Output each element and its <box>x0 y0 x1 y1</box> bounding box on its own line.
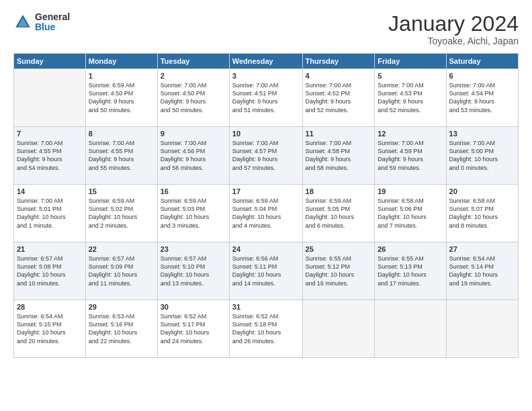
day-number: 1 <box>89 72 154 80</box>
calendar-cell: 22Sunrise: 6:57 AM Sunset: 5:09 PM Dayli… <box>85 242 157 300</box>
day-info: Sunrise: 6:59 AM Sunset: 4:50 PM Dayligh… <box>89 81 154 114</box>
calendar-cell <box>446 300 518 358</box>
day-number: 27 <box>449 245 515 253</box>
day-info: Sunrise: 6:56 AM Sunset: 5:11 PM Dayligh… <box>232 255 300 287</box>
day-info: Sunrise: 6:55 AM Sunset: 5:13 PM Dayligh… <box>378 255 443 287</box>
day-number: 31 <box>232 303 300 311</box>
day-info: Sunrise: 7:00 AM Sunset: 4:58 PM Dayligh… <box>306 139 372 172</box>
calendar-cell: 29Sunrise: 6:53 AM Sunset: 5:16 PM Dayli… <box>85 300 157 358</box>
logo-general-text: General <box>35 12 70 22</box>
day-number: 10 <box>232 130 300 138</box>
header-cell-wednesday: Wednesday <box>229 54 302 69</box>
day-number: 6 <box>449 72 515 80</box>
day-info: Sunrise: 7:00 AM Sunset: 4:52 PM Dayligh… <box>306 81 372 114</box>
day-info: Sunrise: 6:54 AM Sunset: 5:15 PM Dayligh… <box>17 312 83 345</box>
header: General Blue January 2024 Toyoake, Aichi… <box>13 12 519 46</box>
calendar-cell: 23Sunrise: 6:57 AM Sunset: 5:10 PM Dayli… <box>157 242 229 300</box>
day-info: Sunrise: 6:52 AM Sunset: 5:17 PM Dayligh… <box>161 312 226 345</box>
title-block: January 2024 Toyoake, Aichi, Japan <box>388 12 519 46</box>
calendar-cell: 4Sunrise: 7:00 AM Sunset: 4:52 PM Daylig… <box>302 69 375 127</box>
calendar-cell: 20Sunrise: 6:58 AM Sunset: 5:07 PM Dayli… <box>446 185 518 242</box>
logo-blue-text: Blue <box>35 22 70 32</box>
location-subtitle: Toyoake, Aichi, Japan <box>388 36 519 46</box>
day-number: 17 <box>232 187 300 195</box>
day-number: 18 <box>306 187 372 195</box>
day-info: Sunrise: 6:57 AM Sunset: 5:09 PM Dayligh… <box>89 255 154 287</box>
day-info: Sunrise: 6:53 AM Sunset: 5:16 PM Dayligh… <box>89 312 154 345</box>
day-number: 7 <box>17 130 83 138</box>
calendar-cell: 12Sunrise: 7:00 AM Sunset: 4:59 PM Dayli… <box>375 127 446 185</box>
header-cell-tuesday: Tuesday <box>157 54 229 69</box>
calendar-cell: 30Sunrise: 6:52 AM Sunset: 5:17 PM Dayli… <box>157 300 229 358</box>
calendar-cell: 17Sunrise: 6:59 AM Sunset: 5:04 PM Dayli… <box>229 185 302 242</box>
day-number: 28 <box>17 303 83 311</box>
day-info: Sunrise: 6:54 AM Sunset: 5:14 PM Dayligh… <box>449 255 515 287</box>
logo: General Blue <box>13 12 70 33</box>
day-info: Sunrise: 6:52 AM Sunset: 5:18 PM Dayligh… <box>232 312 300 345</box>
page: General Blue January 2024 Toyoake, Aichi… <box>0 0 532 411</box>
day-number: 3 <box>232 72 300 80</box>
calendar-cell: 10Sunrise: 7:00 AM Sunset: 4:57 PM Dayli… <box>229 127 302 185</box>
calendar-cell <box>375 300 446 358</box>
calendar-header-row: SundayMondayTuesdayWednesdayThursdayFrid… <box>14 54 519 69</box>
header-cell-saturday: Saturday <box>446 54 518 69</box>
day-info: Sunrise: 7:00 AM Sunset: 4:57 PM Dayligh… <box>232 139 300 172</box>
calendar-cell: 27Sunrise: 6:54 AM Sunset: 5:14 PM Dayli… <box>446 242 518 300</box>
header-cell-thursday: Thursday <box>302 54 375 69</box>
day-info: Sunrise: 7:00 AM Sunset: 4:56 PM Dayligh… <box>161 139 226 172</box>
calendar-cell: 31Sunrise: 6:52 AM Sunset: 5:18 PM Dayli… <box>229 300 302 358</box>
calendar-cell: 24Sunrise: 6:56 AM Sunset: 5:11 PM Dayli… <box>229 242 302 300</box>
calendar-cell: 28Sunrise: 6:54 AM Sunset: 5:15 PM Dayli… <box>14 300 86 358</box>
logo-text: General Blue <box>35 12 70 33</box>
day-info: Sunrise: 7:00 AM Sunset: 4:50 PM Dayligh… <box>161 81 226 114</box>
day-info: Sunrise: 6:57 AM Sunset: 5:08 PM Dayligh… <box>17 255 83 287</box>
header-cell-sunday: Sunday <box>14 54 86 69</box>
calendar-cell: 13Sunrise: 7:00 AM Sunset: 5:00 PM Dayli… <box>446 127 518 185</box>
day-number: 5 <box>378 72 443 80</box>
calendar-cell: 2Sunrise: 7:00 AM Sunset: 4:50 PM Daylig… <box>157 69 229 127</box>
calendar-cell: 7Sunrise: 7:00 AM Sunset: 4:55 PM Daylig… <box>14 127 86 185</box>
calendar-cell: 16Sunrise: 6:59 AM Sunset: 5:03 PM Dayli… <box>157 185 229 242</box>
day-number: 8 <box>89 130 154 138</box>
calendar-cell: 11Sunrise: 7:00 AM Sunset: 4:58 PM Dayli… <box>302 127 375 185</box>
day-info: Sunrise: 6:58 AM Sunset: 5:07 PM Dayligh… <box>449 197 515 230</box>
day-info: Sunrise: 7:00 AM Sunset: 4:53 PM Dayligh… <box>378 81 443 114</box>
calendar-cell: 25Sunrise: 6:55 AM Sunset: 5:12 PM Dayli… <box>302 242 375 300</box>
header-cell-friday: Friday <box>375 54 446 69</box>
day-number: 30 <box>161 303 226 311</box>
calendar-cell <box>14 69 86 127</box>
day-number: 23 <box>161 245 226 253</box>
day-info: Sunrise: 6:58 AM Sunset: 5:06 PM Dayligh… <box>378 197 443 230</box>
calendar-cell: 5Sunrise: 7:00 AM Sunset: 4:53 PM Daylig… <box>375 69 446 127</box>
day-number: 15 <box>89 187 154 195</box>
day-number: 19 <box>378 187 443 195</box>
day-number: 9 <box>161 130 226 138</box>
day-info: Sunrise: 7:00 AM Sunset: 4:51 PM Dayligh… <box>232 81 300 114</box>
calendar-cell: 14Sunrise: 7:00 AM Sunset: 5:01 PM Dayli… <box>14 185 86 242</box>
logo-icon <box>13 13 32 32</box>
day-number: 25 <box>306 245 372 253</box>
header-cell-monday: Monday <box>85 54 157 69</box>
day-number: 20 <box>449 187 515 195</box>
day-info: Sunrise: 7:00 AM Sunset: 4:54 PM Dayligh… <box>449 81 515 114</box>
calendar-cell: 15Sunrise: 6:59 AM Sunset: 5:02 PM Dayli… <box>85 185 157 242</box>
calendar-table: SundayMondayTuesdayWednesdayThursdayFrid… <box>13 53 519 358</box>
calendar-cell: 19Sunrise: 6:58 AM Sunset: 5:06 PM Dayli… <box>375 185 446 242</box>
day-info: Sunrise: 7:00 AM Sunset: 4:55 PM Dayligh… <box>17 139 83 172</box>
calendar-cell: 18Sunrise: 6:59 AM Sunset: 5:05 PM Dayli… <box>302 185 375 242</box>
day-info: Sunrise: 6:55 AM Sunset: 5:12 PM Dayligh… <box>306 255 372 287</box>
day-info: Sunrise: 7:00 AM Sunset: 4:55 PM Dayligh… <box>89 139 154 172</box>
day-number: 22 <box>89 245 154 253</box>
day-number: 14 <box>17 187 83 195</box>
calendar-week-row: 7Sunrise: 7:00 AM Sunset: 4:55 PM Daylig… <box>14 127 519 185</box>
calendar-week-row: 1Sunrise: 6:59 AM Sunset: 4:50 PM Daylig… <box>14 69 519 127</box>
calendar-cell: 8Sunrise: 7:00 AM Sunset: 4:55 PM Daylig… <box>85 127 157 185</box>
calendar-week-row: 14Sunrise: 7:00 AM Sunset: 5:01 PM Dayli… <box>14 185 519 242</box>
day-info: Sunrise: 6:59 AM Sunset: 5:02 PM Dayligh… <box>89 197 154 230</box>
calendar-week-row: 21Sunrise: 6:57 AM Sunset: 5:08 PM Dayli… <box>14 242 519 300</box>
day-info: Sunrise: 6:59 AM Sunset: 5:05 PM Dayligh… <box>306 197 372 230</box>
calendar-week-row: 28Sunrise: 6:54 AM Sunset: 5:15 PM Dayli… <box>14 300 519 358</box>
calendar-cell: 26Sunrise: 6:55 AM Sunset: 5:13 PM Dayli… <box>375 242 446 300</box>
day-number: 12 <box>378 130 443 138</box>
month-title: January 2024 <box>388 12 519 36</box>
